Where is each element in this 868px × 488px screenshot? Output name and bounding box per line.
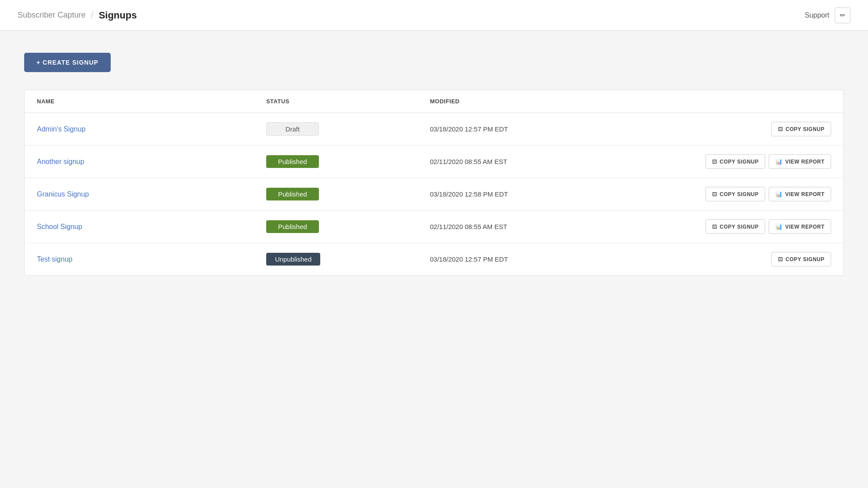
action-buttons: ⊡COPY SIGNUP bbox=[676, 252, 831, 266]
copy-icon: ⊡ bbox=[778, 126, 783, 132]
signup-name-link[interactable]: Granicus Signup bbox=[37, 190, 89, 198]
copy-icon: ⊡ bbox=[712, 223, 717, 230]
signup-name-link[interactable]: Another signup bbox=[37, 158, 84, 165]
header: Subscriber Capture / Signups Support ✏ bbox=[0, 0, 868, 31]
edit-button[interactable]: ✏ bbox=[835, 7, 850, 23]
table-row: Another signupPublished02/11/2020 08:55 … bbox=[25, 146, 843, 178]
action-button-label: COPY SIGNUP bbox=[720, 224, 759, 230]
action-button-label: VIEW REPORT bbox=[785, 159, 825, 165]
view-report-button[interactable]: 📊VIEW REPORT bbox=[769, 219, 831, 234]
signup-name-link[interactable]: Test signup bbox=[37, 255, 72, 263]
status-badge: Published bbox=[266, 220, 319, 233]
edit-icon: ✏ bbox=[840, 11, 846, 19]
copy-icon: ⊡ bbox=[712, 158, 717, 165]
action-button-label: COPY SIGNUP bbox=[720, 191, 759, 197]
view-report-button[interactable]: 📊VIEW REPORT bbox=[769, 187, 831, 201]
modified-date: 02/11/2020 08:55 AM EST bbox=[430, 223, 507, 230]
action-buttons: ⊡COPY SIGNUP📊VIEW REPORT bbox=[676, 187, 831, 201]
signups-table-container: NAME STATUS MODIFIED Admin's SignupDraft… bbox=[24, 90, 844, 276]
action-button-label: COPY SIGNUP bbox=[785, 256, 825, 262]
status-badge: Published bbox=[266, 155, 319, 168]
status-badge: Draft bbox=[266, 122, 319, 136]
table-row: Test signupUnpublished03/18/2020 12:57 P… bbox=[25, 243, 843, 276]
report-icon: 📊 bbox=[775, 158, 783, 165]
status-badge: Published bbox=[266, 188, 319, 200]
action-button-label: VIEW REPORT bbox=[785, 224, 825, 230]
signups-table: NAME STATUS MODIFIED Admin's SignupDraft… bbox=[25, 90, 843, 275]
action-buttons: ⊡COPY SIGNUP📊VIEW REPORT bbox=[676, 219, 831, 234]
status-badge: Unpublished bbox=[266, 253, 320, 266]
column-header-status: STATUS bbox=[254, 90, 418, 113]
copy-signup-button[interactable]: ⊡COPY SIGNUP bbox=[705, 219, 765, 234]
header-right: Support ✏ bbox=[805, 7, 850, 23]
table-row: School SignupPublished02/11/2020 08:55 A… bbox=[25, 211, 843, 243]
copy-signup-button[interactable]: ⊡COPY SIGNUP bbox=[771, 122, 831, 136]
main-content: + CREATE SIGNUP NAME STATUS MODIFIED Adm… bbox=[0, 31, 868, 298]
column-header-name: NAME bbox=[25, 90, 254, 113]
header-left: Subscriber Capture / Signups bbox=[18, 10, 137, 21]
breadcrumb-home[interactable]: Subscriber Capture bbox=[18, 11, 86, 20]
copy-icon: ⊡ bbox=[778, 256, 783, 262]
copy-signup-button[interactable]: ⊡COPY SIGNUP bbox=[705, 154, 765, 169]
copy-signup-button[interactable]: ⊡COPY SIGNUP bbox=[771, 252, 831, 266]
modified-date: 03/18/2020 12:58 PM EDT bbox=[430, 190, 508, 198]
action-buttons: ⊡COPY SIGNUP bbox=[676, 122, 831, 136]
copy-signup-button[interactable]: ⊡COPY SIGNUP bbox=[705, 187, 765, 201]
view-report-button[interactable]: 📊VIEW REPORT bbox=[769, 154, 831, 169]
report-icon: 📊 bbox=[775, 223, 783, 230]
table-row: Admin's SignupDraft03/18/2020 12:57 PM E… bbox=[25, 113, 843, 146]
modified-date: 03/18/2020 12:57 PM EDT bbox=[430, 255, 508, 263]
action-button-label: COPY SIGNUP bbox=[785, 126, 825, 132]
modified-date: 03/18/2020 12:57 PM EDT bbox=[430, 125, 508, 133]
page-title: Signups bbox=[99, 10, 137, 21]
action-buttons: ⊡COPY SIGNUP📊VIEW REPORT bbox=[676, 154, 831, 169]
table-row: Granicus SignupPublished03/18/2020 12:58… bbox=[25, 178, 843, 211]
report-icon: 📊 bbox=[775, 191, 783, 197]
breadcrumb-separator: / bbox=[91, 10, 94, 20]
action-button-label: COPY SIGNUP bbox=[720, 159, 759, 165]
create-signup-button[interactable]: + CREATE SIGNUP bbox=[24, 53, 111, 72]
column-header-modified: MODIFIED bbox=[418, 90, 663, 113]
support-link[interactable]: Support bbox=[805, 11, 829, 19]
table-header-row: NAME STATUS MODIFIED bbox=[25, 90, 843, 113]
column-header-actions bbox=[663, 90, 843, 113]
signup-name-link[interactable]: School Signup bbox=[37, 223, 82, 230]
copy-icon: ⊡ bbox=[712, 191, 717, 197]
modified-date: 02/11/2020 08:55 AM EST bbox=[430, 158, 507, 165]
signup-name-link[interactable]: Admin's Signup bbox=[37, 125, 86, 133]
action-button-label: VIEW REPORT bbox=[785, 191, 825, 197]
